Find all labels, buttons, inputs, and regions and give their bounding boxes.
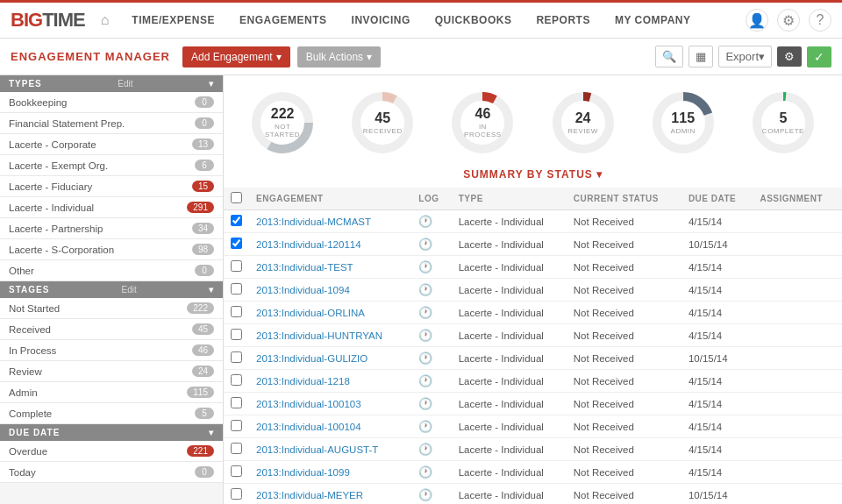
engagement-link[interactable]: 2013:Individual-MCMAST (256, 217, 371, 227)
row-type: Lacerte - Individual (452, 324, 567, 347)
row-type: Lacerte - Individual (452, 233, 567, 256)
engagement-link[interactable]: 2013:Individual-TEST (256, 262, 353, 273)
row-log: 🕐 (411, 415, 451, 438)
row-checkbox[interactable] (231, 443, 242, 454)
nav-my-company[interactable]: MY COMPANY (603, 1, 703, 39)
row-engagement: 2013:Individual-1094 (249, 279, 411, 302)
filter-button[interactable]: ▦ (689, 46, 713, 67)
engagement-link[interactable]: 2013:Individual-1218 (256, 376, 350, 387)
types-edit-button[interactable]: Edit (118, 79, 132, 89)
row-type: Lacerte - Individual (452, 484, 567, 505)
sidebar-item-in-process[interactable]: In Process 46 (0, 340, 223, 361)
select-all-checkbox[interactable] (231, 192, 242, 203)
sidebar-item-lacerte-partnership[interactable]: Lacerte - Partnership 34 (0, 218, 223, 239)
types-label: TYPES (9, 79, 42, 89)
row-checkbox[interactable] (231, 329, 242, 340)
sidebar-item-lacerte-scorp[interactable]: Lacerte - S-Corporation 98 (0, 239, 223, 260)
engagement-link[interactable]: 2013:Individual-120114 (256, 239, 361, 250)
log-clock-icon[interactable]: 🕐 (418, 351, 432, 365)
settings-gear-button[interactable]: ⚙ (777, 46, 802, 67)
log-clock-icon[interactable]: 🕐 (418, 488, 432, 501)
sidebar-item-financial-statement[interactable]: Financial Statement Prep. 0 (0, 113, 223, 134)
row-log: 🕐 (411, 347, 451, 370)
sidebar-item-other[interactable]: Other 0 (0, 260, 223, 281)
engagement-link[interactable]: 2013:Individual-HUNTRYAN (256, 330, 382, 341)
row-checkbox[interactable] (231, 488, 242, 500)
nav-time-expense[interactable]: TIME/EXPENSE (119, 1, 227, 39)
log-clock-icon[interactable]: 🕐 (418, 283, 432, 296)
log-clock-icon[interactable]: 🕐 (418, 465, 432, 479)
row-checkbox[interactable] (231, 215, 242, 226)
engagement-link[interactable]: 2013:Individual-AUGUST-T (256, 444, 378, 455)
stages-section-header: STAGES Edit ▾ (0, 281, 223, 298)
log-clock-icon[interactable]: 🕐 (418, 238, 432, 251)
user-icon[interactable]: 👤 (746, 9, 768, 32)
sidebar-item-review[interactable]: Review 24 (0, 361, 223, 382)
row-checkbox[interactable] (231, 306, 242, 317)
log-clock-icon[interactable]: 🕐 (418, 215, 432, 228)
row-engagement: 2013:Individual-AUGUST-T (249, 438, 411, 461)
settings-icon[interactable]: ⚙ (777, 9, 800, 32)
sidebar-item-bookkeeping[interactable]: Bookkeeping 0 (0, 92, 223, 113)
nav-engagements[interactable]: ENGAGEMENTS (227, 1, 339, 39)
row-due-date: 10/15/14 (681, 233, 753, 256)
row-checkbox[interactable] (231, 420, 242, 431)
sidebar-item-lacerte-corporate[interactable]: Lacerte - Corporate 13 (0, 134, 223, 155)
table-row: 2013:Individual-1094 🕐 Lacerte - Individ… (224, 279, 842, 302)
log-clock-icon[interactable]: 🕐 (418, 260, 432, 273)
log-clock-icon[interactable]: 🕐 (418, 306, 432, 319)
table-row: 2013:Individual-100104 🕐 Lacerte - Indiv… (224, 415, 842, 438)
sidebar-item-complete[interactable]: Complete 5 (0, 403, 223, 424)
search-button[interactable]: 🔍 (655, 46, 683, 67)
log-clock-icon[interactable]: 🕐 (418, 443, 432, 456)
sidebar-item-received[interactable]: Received 45 (0, 319, 223, 340)
engagement-link[interactable]: 2013:Individual-GULIZIO (256, 353, 367, 364)
row-checkbox[interactable] (231, 260, 242, 272)
sidebar-item-lacerte-individual[interactable]: Lacerte - Individual 291 (0, 197, 223, 218)
sidebar-item-lacerte-exempt[interactable]: Lacerte - Exempt Org. 6 (0, 155, 223, 176)
bulk-actions-button[interactable]: Bulk Actions ▾ (297, 46, 381, 67)
engagement-link[interactable]: 2013:Individual-MEYER (256, 490, 363, 500)
engagement-link[interactable]: 2013:Individual-100103 (256, 399, 361, 409)
due-date-section-header: DUE DATE ▾ (0, 424, 223, 441)
log-clock-icon[interactable]: 🕐 (418, 329, 432, 342)
log-clock-icon[interactable]: 🕐 (418, 397, 432, 410)
row-assignment (753, 461, 842, 484)
row-log: 🕐 (411, 370, 451, 393)
nav-reports[interactable]: REPORTS (524, 1, 603, 39)
engagement-link[interactable]: 2013:Individual-ORLINA (256, 308, 365, 318)
row-log: 🕐 (411, 302, 451, 324)
row-status: Not Received (567, 347, 681, 370)
engagement-link[interactable]: 2013:Individual-1099 (256, 467, 350, 478)
engagement-link[interactable]: 2013:Individual-100104 (256, 422, 361, 432)
log-clock-icon[interactable]: 🕐 (418, 420, 432, 433)
row-due-date: 4/15/14 (681, 438, 753, 461)
home-nav-icon[interactable]: ⌂ (101, 12, 110, 28)
row-status: Not Received (567, 210, 681, 233)
nav-quickbooks[interactable]: QUICKBOOKS (423, 1, 524, 39)
row-checkbox[interactable] (231, 351, 242, 363)
sidebar-item-overdue[interactable]: Overdue 221 (0, 441, 223, 462)
row-checkbox-cell (224, 256, 249, 279)
sidebar-item-lacerte-fiduciary[interactable]: Lacerte - Fiduciary 15 (0, 176, 223, 197)
row-checkbox[interactable] (231, 283, 242, 295)
row-checkbox[interactable] (231, 397, 242, 408)
help-icon[interactable]: ? (809, 9, 831, 32)
add-engagement-button[interactable]: Add Engagement ▾ (182, 46, 290, 67)
log-clock-icon[interactable]: 🕐 (418, 374, 432, 387)
row-checkbox[interactable] (231, 238, 242, 249)
row-assignment (753, 370, 842, 393)
row-checkbox[interactable] (231, 374, 242, 386)
sidebar-item-not-started[interactable]: Not Started 222 (0, 298, 223, 319)
nav-invoicing[interactable]: INVOICING (339, 1, 423, 39)
engagement-link[interactable]: 2013:Individual-1094 (256, 285, 350, 295)
row-checkbox[interactable] (231, 465, 242, 477)
confirm-button[interactable]: ✓ (807, 46, 831, 67)
row-type: Lacerte - Individual (452, 415, 567, 438)
export-button[interactable]: Export ▾ (718, 46, 772, 67)
sidebar-item-today[interactable]: Today 0 (0, 462, 223, 483)
row-type: Lacerte - Individual (452, 302, 567, 324)
sidebar-item-admin[interactable]: Admin 115 (0, 382, 223, 403)
stages-edit-button[interactable]: Edit (122, 285, 137, 295)
dropdown-arrow-icon: ▾ (276, 51, 282, 63)
